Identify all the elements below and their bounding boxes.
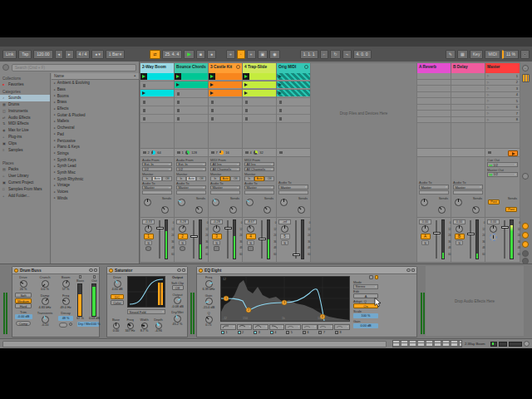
damp-knob[interactable] bbox=[42, 298, 49, 305]
time-signature-field[interactable]: 4 / 4 bbox=[76, 50, 91, 59]
monitor-off-button[interactable]: Off bbox=[196, 176, 206, 181]
volume-field[interactable]: -8.67 bbox=[244, 219, 257, 224]
cue-out-chooser[interactable]: ▮▮ 1/2▾ bbox=[487, 162, 518, 167]
punch-in-button[interactable]: ⌐ bbox=[320, 50, 329, 59]
capture-midi-button[interactable]: ▣ bbox=[258, 50, 268, 59]
monitor-in-button[interactable]: In bbox=[142, 176, 152, 181]
clip-slot[interactable] bbox=[277, 98, 310, 106]
scene-slot[interactable]: ▷2 bbox=[485, 80, 520, 86]
send-b-knob[interactable] bbox=[472, 206, 480, 214]
sidebar-item-instruments[interactable]: ◫Instruments bbox=[0, 107, 50, 114]
sidebar-item-packs[interactable]: ▤Packs bbox=[0, 166, 50, 173]
tempo-field[interactable]: 120.00 bbox=[33, 50, 52, 59]
soft-clip-button[interactable]: Off bbox=[172, 285, 184, 290]
clip-slot[interactable] bbox=[175, 90, 208, 98]
band-toggle[interactable] bbox=[303, 331, 306, 334]
monitor-auto-button[interactable]: Auto bbox=[254, 176, 264, 181]
monitor-in-button[interactable]: In bbox=[176, 176, 186, 181]
sidebar-item-current-project[interactable]: ▣Current Project bbox=[0, 180, 50, 186]
midi-map-button[interactable]: MIDI bbox=[485, 50, 500, 59]
track-activator[interactable]: 3 bbox=[212, 234, 222, 239]
stop-button[interactable]: ■ bbox=[196, 50, 205, 59]
comp-button[interactable]: Comp bbox=[16, 321, 31, 326]
clip-slot[interactable] bbox=[175, 73, 208, 81]
list-item[interactable]: ▸Winds bbox=[52, 195, 139, 201]
volume-fader[interactable] bbox=[258, 219, 266, 259]
band-toggle[interactable] bbox=[286, 331, 289, 334]
list-item[interactable]: ▸Piano & Keys bbox=[52, 144, 139, 150]
volume-field[interactable]: 0.00 bbox=[487, 219, 500, 224]
solo-button[interactable]: S bbox=[145, 240, 152, 245]
sends-show-toggle[interactable] bbox=[522, 223, 529, 229]
device-title-bar[interactable]: EQ Eight bbox=[197, 267, 416, 274]
pan-knob[interactable] bbox=[213, 225, 220, 233]
track-header[interactable]: Orig MIDI bbox=[277, 63, 310, 73]
send-a-knob[interactable] bbox=[280, 199, 288, 206]
clip-slot[interactable] bbox=[175, 106, 208, 115]
send-a-knob[interactable] bbox=[421, 199, 428, 206]
scene-slot[interactable]: ▷1 bbox=[485, 73, 520, 80]
output-chooser[interactable]: Master▾ bbox=[278, 185, 308, 190]
output-chooser[interactable]: Master▾ bbox=[176, 185, 206, 190]
clip-slot[interactable] bbox=[140, 106, 174, 115]
clip-slot[interactable] bbox=[243, 98, 276, 106]
track-header[interactable]: B Delay bbox=[451, 63, 485, 73]
filter-type-chooser[interactable]: ▾ bbox=[318, 324, 333, 330]
computer-midi-keyboard-button[interactable]: ▦ bbox=[457, 50, 468, 59]
sidebar-item-plugins[interactable]: +Plug-ins bbox=[0, 134, 50, 140]
device-activator-led[interactable] bbox=[109, 268, 113, 273]
re-enable-automation-button[interactable]: + bbox=[247, 50, 256, 59]
clip-slot[interactable] bbox=[243, 90, 276, 98]
input-channel-chooser[interactable]: All Channels▾ bbox=[210, 167, 240, 171]
mode-chooser[interactable]: Stereo▾ bbox=[353, 284, 378, 289]
clip-slot[interactable] bbox=[277, 73, 310, 81]
boom-freq-knob[interactable] bbox=[62, 298, 70, 305]
sidebar-item-samples[interactable]: ≡Samples bbox=[0, 146, 50, 153]
clip-launch-button[interactable] bbox=[209, 73, 215, 80]
metronome-button[interactable]: ●▾ bbox=[91, 50, 104, 59]
band-q-knob[interactable] bbox=[205, 316, 213, 323]
list-item[interactable]: ▸Vintage bbox=[52, 182, 139, 189]
track-activator[interactable]: 5 bbox=[280, 234, 290, 239]
list-item[interactable]: ▸Synth Rhythmic bbox=[52, 175, 139, 182]
clip-slot[interactable] bbox=[209, 90, 242, 98]
send-a-pre-post-toggle[interactable]: Post bbox=[488, 200, 500, 204]
search-input[interactable] bbox=[12, 64, 136, 71]
list-item[interactable]: ▸Bass bbox=[52, 86, 139, 93]
track-header[interactable]: 2-Way Boom bbox=[140, 63, 174, 73]
returns-show-toggle[interactable] bbox=[522, 232, 529, 239]
send-b-knob[interactable] bbox=[229, 206, 237, 214]
sidebar-item-favorites[interactable]: ■Favorites bbox=[0, 81, 50, 88]
input-type-chooser[interactable]: Ext. In▾ bbox=[176, 162, 206, 166]
filter-type-chooser[interactable]: ▾ bbox=[220, 324, 236, 330]
quantization-menu[interactable]: 1 Bar▾ bbox=[106, 50, 125, 59]
nudge-up-button[interactable]: ▸ bbox=[65, 50, 74, 59]
arm-button[interactable] bbox=[248, 246, 254, 251]
crunch-knob[interactable] bbox=[42, 280, 49, 288]
nudge-down-button[interactable]: ◂ bbox=[55, 50, 64, 59]
bass-meter-toggle[interactable] bbox=[79, 275, 82, 278]
io-show-toggle[interactable] bbox=[522, 173, 529, 180]
sidebar-item-clips[interactable]: ▣Clips bbox=[0, 140, 50, 146]
send-b-knob[interactable] bbox=[298, 206, 305, 214]
monitor-in-button[interactable]: In bbox=[244, 176, 254, 181]
band-toggle[interactable] bbox=[238, 331, 241, 334]
list-header[interactable]: Name▲ bbox=[52, 73, 139, 80]
follow-button[interactable]: ⇄ bbox=[150, 50, 160, 59]
out-meter-toggle[interactable] bbox=[93, 275, 96, 278]
clip-slot[interactable] bbox=[140, 81, 174, 90]
track-activator[interactable]: 1 bbox=[144, 234, 154, 239]
width-knob[interactable] bbox=[141, 323, 148, 329]
pan-knob[interactable] bbox=[179, 225, 186, 233]
track-delay-show-toggle[interactable] bbox=[522, 250, 529, 257]
clip-slot[interactable] bbox=[140, 98, 174, 106]
automation-arm-button[interactable]: ◦ bbox=[237, 50, 245, 59]
scene-slot[interactable]: ▷3 bbox=[485, 86, 520, 92]
clip-slot[interactable] bbox=[243, 73, 276, 81]
clip-slot[interactable] bbox=[175, 115, 208, 123]
clip-slot[interactable] bbox=[243, 81, 276, 90]
clip-slot[interactable] bbox=[277, 90, 310, 98]
loop-length-field[interactable]: 4. 0. 0 bbox=[353, 50, 372, 59]
track-activator[interactable]: 2 bbox=[178, 234, 188, 239]
send-a-knob[interactable] bbox=[212, 199, 219, 206]
